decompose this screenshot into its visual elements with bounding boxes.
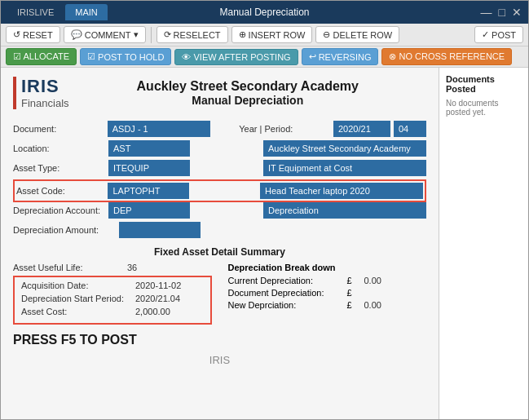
current-depr-label: Current Depreciation:: [228, 276, 342, 285]
insert-row-button[interactable]: ⊕ INSERT ROW: [231, 26, 313, 43]
detail-box: Acquisition Date: 2020-11-02 Depreciatio…: [13, 276, 212, 325]
depr-amount-row: Depreciation Amount:: [13, 222, 426, 238]
iris-financials-text: Financials: [21, 97, 69, 109]
comment-dropdown-icon: ▾: [134, 29, 139, 40]
asset-code-label: Asset Code:: [16, 186, 108, 196]
reselect-icon: ⟳: [164, 29, 171, 40]
iris-bar-icon: [13, 77, 16, 109]
document-label: Document:: [13, 124, 108, 134]
reset-button[interactable]: ↺ RESET: [6, 26, 60, 43]
depr-amount-value[interactable]: [119, 222, 201, 238]
depr-start-value: 2020/21.04: [135, 294, 180, 303]
acquisition-date-value: 2020-11-02: [135, 281, 181, 290]
asset-type-name[interactable]: IT Equipment at Cost: [263, 160, 426, 176]
doc-depr-currency: £: [347, 288, 359, 298]
document-row: Document: ASDJ - 1 Year | Period: 2020/2…: [13, 121, 426, 137]
view-after-posting-button[interactable]: 👁 VIEW AFTER POSTING: [174, 49, 298, 65]
toolbar-row1: ↺ RESET 💬 COMMENT ▾ ⟳ RESELECT ⊕ INSERT …: [1, 24, 528, 46]
asset-cost-row: Asset Cost: 2,000.00: [21, 307, 204, 316]
close-button[interactable]: ✕: [512, 6, 522, 19]
depr-amount-label: Depreciation Amount:: [13, 225, 119, 235]
tab-main[interactable]: MAIN: [65, 4, 108, 20]
delete-row-button[interactable]: ⊖ DELETE ROW: [315, 26, 399, 43]
allocate-button[interactable]: ☑ ALLOCATE: [6, 48, 77, 65]
summary-right: Depreciation Break down Current Deprecia…: [228, 263, 427, 325]
summary-grid: Asset Useful Life: 36 Acquisition Date: …: [13, 263, 426, 325]
main-window: IRISLIVE MAIN Manual Depreciation — □ ✕ …: [0, 0, 529, 420]
year-period-label: Year | Period:: [239, 124, 333, 134]
asset-type-label: Asset Type:: [13, 163, 108, 173]
tab-irislive[interactable]: IRISLIVE: [7, 4, 64, 20]
tab-group: IRISLIVE MAIN: [7, 4, 108, 20]
depr-account-value[interactable]: DEP: [108, 202, 190, 219]
new-depr-label: New Deprciation:: [228, 300, 342, 310]
useful-life-value: 36: [127, 263, 137, 272]
maximize-button[interactable]: □: [499, 6, 505, 19]
toolbar-row2: ☑ ALLOCATE ☑ POST TO HOLD 👁 VIEW AFTER P…: [1, 46, 528, 68]
iris-brand-text: IRIS: [21, 76, 69, 97]
no-cross-ref-icon: ⊗: [389, 51, 396, 61]
title-bar: IRISLIVE MAIN Manual Depreciation — □ ✕: [1, 1, 528, 24]
allocate-checkbox-icon: ☑: [13, 51, 21, 61]
comment-icon: 💬: [71, 29, 82, 40]
useful-life-label: Asset Useful Life:: [13, 263, 127, 272]
reversing-button[interactable]: ↩ REVERSING: [302, 48, 379, 65]
post-button[interactable]: ✓ POST: [474, 26, 523, 43]
year-period-group: 2020/21 04: [333, 121, 426, 137]
year-value[interactable]: 2020/21: [333, 121, 390, 137]
insert-row-icon: ⊕: [239, 29, 246, 40]
new-depr-row: New Deprciation: £ 0.00: [228, 300, 427, 310]
depr-account-label: Depreciation Account:: [13, 206, 108, 215]
post-icon: ✓: [482, 29, 489, 40]
reset-icon: ↺: [13, 29, 20, 40]
document-value[interactable]: ASDJ - 1: [108, 121, 210, 137]
comment-button[interactable]: 💬 COMMENT ▾: [64, 26, 146, 43]
company-name: Auckley Street Secondary Academy: [69, 79, 426, 94]
asset-code-highlighted-row: Asset Code: LAPTOPHT Head Teacher laptop…: [13, 179, 426, 202]
no-cross-reference-button[interactable]: ⊗ NO CROSS REFERENCE: [381, 48, 512, 65]
period-value[interactable]: 04: [394, 121, 426, 137]
acquisition-date-row: Acquisition Date: 2020-11-02: [21, 281, 204, 290]
asset-code-name[interactable]: Head Teacher laptop 2020: [260, 183, 423, 199]
summary-section: Fixed Asset Detail Summary Asset Useful …: [13, 246, 426, 325]
depr-account-name[interactable]: Depreciation: [263, 202, 426, 219]
window-title: Manual Depreciation: [219, 7, 309, 18]
doc-depr-row: Document Depreciation: £: [228, 288, 427, 298]
current-depr-currency: £: [347, 276, 359, 285]
new-depr-value: 0.00: [364, 300, 381, 310]
doc-header: Auckley Street Secondary Academy Manual …: [69, 79, 426, 107]
content-area: IRIS Financials Auckley Street Secondary…: [1, 68, 528, 419]
depr-breakdown-title: Depreciation Break down: [228, 263, 427, 272]
documents-posted-title: Documents Posted: [446, 74, 522, 94]
footer-logo: IRIS: [13, 354, 426, 366]
main-panel: IRIS Financials Auckley Street Secondary…: [1, 68, 439, 419]
summary-title: Fixed Asset Detail Summary: [13, 246, 426, 258]
useful-life-row: Asset Useful Life: 36: [13, 263, 212, 272]
press-f5-text: PRESS F5 TO POST: [13, 333, 426, 347]
no-documents-text: No documents posted yet.: [446, 99, 522, 117]
right-panel: Documents Posted No documents posted yet…: [439, 68, 528, 419]
doc-type-label: Manual Depreciation: [69, 94, 426, 107]
depr-start-row: Depreciation Start Period: 2020/21.04: [21, 294, 204, 303]
minimize-button[interactable]: —: [481, 6, 492, 19]
reversing-icon: ↩: [309, 51, 316, 62]
acquisition-date-label: Acquisition Date:: [21, 281, 135, 290]
post-to-hold-icon: ☑: [87, 51, 95, 62]
asset-type-row: Asset Type: ITEQUIP IT Equipment at Cost: [13, 160, 426, 176]
asset-cost-value: 2,000.00: [135, 307, 170, 316]
asset-type-value[interactable]: ITEQUIP: [108, 160, 190, 176]
location-value[interactable]: AST: [108, 140, 190, 157]
depr-start-label: Depreciation Start Period:: [21, 294, 135, 303]
location-label: Location:: [13, 144, 108, 153]
delete-row-icon: ⊖: [323, 29, 330, 40]
toolbar-separator1: [151, 27, 152, 43]
depr-account-row: Depreciation Account: DEP Depreciation: [13, 202, 426, 219]
post-to-hold-button[interactable]: ☑ POST TO HOLD: [80, 48, 171, 65]
asset-code-value[interactable]: LAPTOPHT: [108, 183, 189, 199]
new-depr-currency: £: [347, 300, 359, 310]
doc-depr-label: Document Depreciation:: [228, 288, 342, 298]
window-controls: — □ ✕: [481, 6, 522, 19]
asset-code-row: Asset Code: LAPTOPHT Head Teacher laptop…: [16, 183, 423, 199]
location-name[interactable]: Auckley Street Secondary Academy: [263, 140, 426, 157]
reselect-button[interactable]: ⟳ RESELECT: [156, 26, 228, 43]
